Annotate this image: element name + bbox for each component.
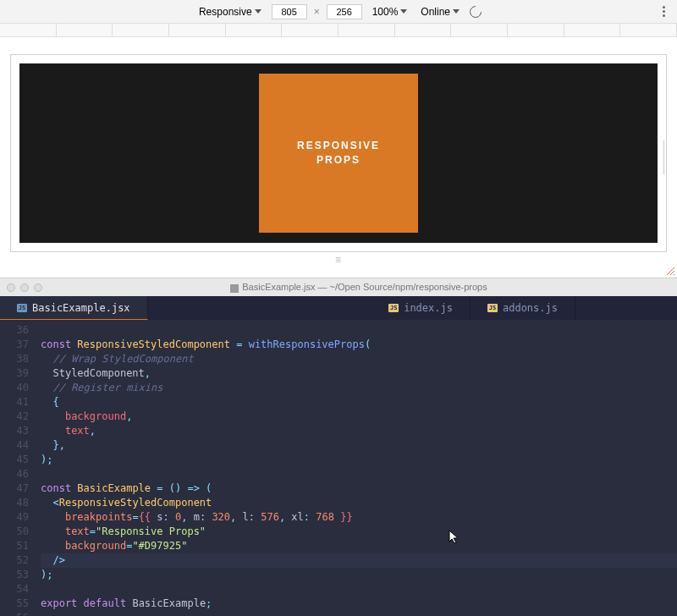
resize-corner-icon[interactable] xyxy=(665,266,675,276)
preview-area: RESPONSIVEPROPS ≡ xyxy=(0,37,677,278)
ruler xyxy=(0,24,677,37)
demo-box: RESPONSIVEPROPS xyxy=(259,74,418,233)
device-dropdown-label: Responsive xyxy=(199,6,252,18)
tab-index[interactable]: JS index.js xyxy=(372,296,471,320)
line-gutter: 3637383940414243444546474849505152535455… xyxy=(0,323,41,616)
tab-label: addons.js xyxy=(503,302,558,314)
js-icon: JS xyxy=(388,304,399,312)
js-icon: JS xyxy=(487,304,498,312)
zoom-dropdown[interactable]: 100% xyxy=(369,4,411,19)
kebab-menu[interactable] xyxy=(659,3,669,20)
device-dropdown[interactable]: Responsive xyxy=(195,4,265,19)
window-titlebar: BasicExample.jsx — ~/Open Source/npm/res… xyxy=(0,278,677,296)
file-icon xyxy=(230,284,239,293)
chevron-down-icon xyxy=(400,9,407,14)
devtools-toolbar: Responsive × 100% Online xyxy=(0,0,677,24)
width-input[interactable] xyxy=(272,4,307,19)
window-title: BasicExample.jsx — ~/Open Source/npm/res… xyxy=(47,282,670,292)
jsx-icon: JS xyxy=(17,304,27,312)
editor-window: BasicExample.jsx — ~/Open Source/npm/res… xyxy=(0,278,677,616)
throttle-dropdown[interactable]: Online xyxy=(417,4,463,19)
height-input[interactable] xyxy=(327,4,362,19)
demo-box-text: RESPONSIVEPROPS xyxy=(297,139,380,168)
throttle-label: Online xyxy=(421,6,450,18)
rotate-icon[interactable] xyxy=(467,3,484,20)
editor-tabs: JS BasicExample.jsx JS index.js JS addon… xyxy=(0,296,677,320)
zoom-label: 100% xyxy=(372,6,399,18)
tab-label: index.js xyxy=(404,302,453,314)
tab-label: BasicExample.jsx xyxy=(32,302,130,314)
svg-line-0 xyxy=(667,267,674,275)
traffic-light-close[interactable] xyxy=(7,283,15,292)
svg-line-2 xyxy=(674,274,674,275)
chevron-down-icon xyxy=(453,9,460,14)
traffic-light-zoom[interactable] xyxy=(34,283,42,292)
resize-handle-right[interactable] xyxy=(663,140,667,174)
chevron-down-icon xyxy=(255,9,261,14)
dimension-separator: × xyxy=(314,6,320,18)
tab-addons[interactable]: JS addons.js xyxy=(471,296,575,320)
code-editor[interactable]: 3637383940414243444546474849505152535455… xyxy=(0,320,677,616)
traffic-light-minimize[interactable] xyxy=(20,283,29,292)
preview-frame: RESPONSIVEPROPS xyxy=(10,54,667,252)
preview-viewport[interactable]: RESPONSIVEPROPS xyxy=(19,63,658,243)
tab-basicexample[interactable]: JS BasicExample.jsx xyxy=(0,296,148,320)
code-content[interactable]: const ResponsiveStyledComponent = withRe… xyxy=(41,323,677,616)
resize-handle-bottom[interactable]: ≡ xyxy=(10,252,667,267)
